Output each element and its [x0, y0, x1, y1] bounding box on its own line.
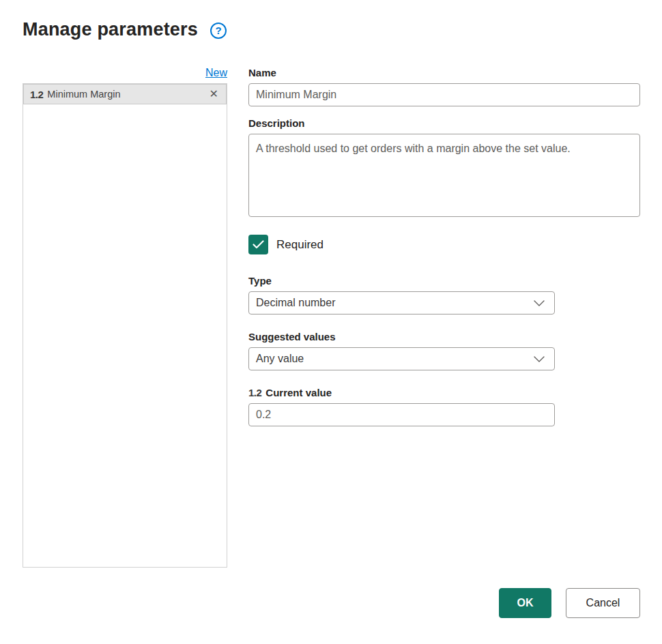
manage-parameters-dialog: Manage parameters ? New 1.2 Minimum Marg…	[0, 0, 662, 644]
type-dropdown[interactable]: Decimal number	[248, 291, 555, 314]
required-checkbox[interactable]	[248, 235, 268, 254]
required-checkbox-row[interactable]: Required	[248, 235, 640, 254]
new-parameter-link[interactable]: New	[23, 67, 227, 79]
current-value-label: 1.2 Current value	[248, 387, 555, 398]
check-icon	[253, 240, 264, 249]
chevron-down-icon	[534, 300, 545, 306]
suggested-values-dropdown-value: Any value	[256, 353, 304, 365]
dialog-footer: OK Cancel	[499, 588, 640, 618]
decimal-type-icon: 1.2	[30, 89, 43, 100]
type-group: Type Decimal number	[248, 275, 555, 314]
chevron-down-icon	[534, 356, 545, 362]
current-value-label-text: Current value	[265, 387, 332, 398]
name-group: Name	[248, 67, 640, 106]
decimal-type-icon: 1.2	[248, 387, 261, 398]
type-label: Type	[248, 275, 555, 287]
suggested-values-label: Suggested values	[248, 331, 555, 342]
current-value-input[interactable]	[248, 403, 555, 426]
page-title: Manage parameters	[23, 19, 198, 40]
name-label: Name	[248, 67, 640, 78]
required-label: Required	[276, 238, 323, 252]
description-textarea[interactable]: A threshold used to get orders with a ma…	[248, 134, 640, 217]
dialog-header: Manage parameters ?	[23, 19, 227, 40]
description-group: Description A threshold used to get orde…	[248, 117, 640, 220]
delete-parameter-icon[interactable]: ✕	[207, 89, 220, 100]
suggested-values-group: Suggested values Any value	[248, 331, 555, 370]
cancel-button[interactable]: Cancel	[566, 588, 640, 618]
parameter-list-item-selected[interactable]: 1.2 Minimum Margin ✕	[23, 84, 227, 104]
parameter-name-label: Minimum Margin	[47, 89, 207, 100]
type-dropdown-value: Decimal number	[256, 297, 335, 309]
ok-button[interactable]: OK	[499, 588, 551, 618]
description-label: Description	[248, 117, 640, 129]
help-icon[interactable]: ?	[210, 23, 227, 39]
current-value-group: 1.2 Current value	[248, 387, 555, 426]
suggested-values-dropdown[interactable]: Any value	[248, 347, 555, 370]
parameter-list: 1.2 Minimum Margin ✕	[23, 83, 227, 568]
parameters-panel: New 1.2 Minimum Margin ✕	[23, 67, 227, 568]
parameter-form: Name Description A threshold used to get…	[248, 67, 640, 426]
name-input[interactable]	[248, 83, 640, 106]
